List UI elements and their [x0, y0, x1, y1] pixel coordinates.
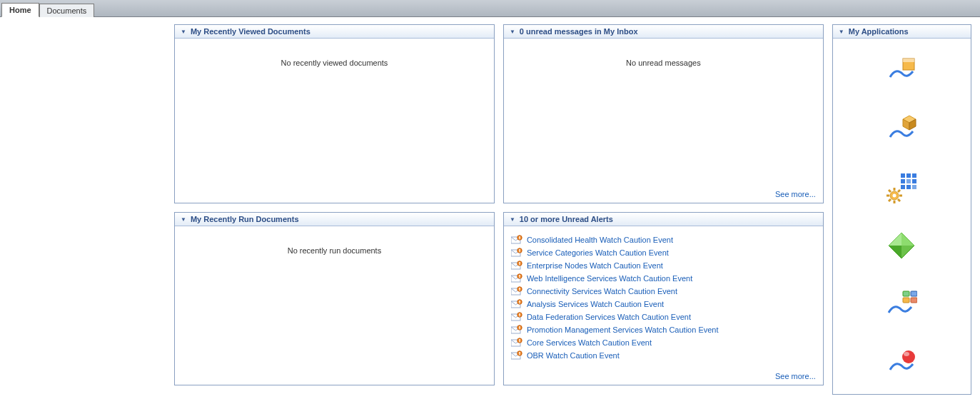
- panel-header-alerts[interactable]: ▼ 10 or more Unread Alerts: [504, 213, 823, 226]
- panel-header-apps[interactable]: ▼ My Applications: [833, 25, 971, 39]
- svg-rect-23: [519, 303, 520, 303]
- app-diamond-icon[interactable]: [884, 228, 919, 263]
- app-bi-launchpad-icon[interactable]: [884, 53, 919, 87]
- alert-link[interactable]: Connectivity Services Watch Caution Even…: [527, 287, 677, 296]
- panel-title: 10 or more Unread Alerts: [520, 215, 613, 223]
- collapse-icon: ▼: [181, 216, 186, 223]
- empty-message: No unread messages: [511, 44, 816, 81]
- svg-rect-48: [901, 179, 905, 183]
- svg-rect-35: [519, 341, 520, 342]
- svg-rect-10: [519, 262, 520, 263]
- alert-link[interactable]: Enterprise Nodes Watch Caution Event: [527, 261, 663, 270]
- alert-link[interactable]: Web Intelligence Services Watch Caution …: [527, 274, 692, 283]
- panel-title: 0 unread messages in My Inbox: [520, 27, 638, 36]
- alert-envelope-icon: [511, 286, 522, 296]
- alert-item: Promotion Management Services Watch Caut…: [511, 323, 816, 336]
- alert-item: Core Services Watch Caution Event: [511, 336, 816, 349]
- column-right: ▼ My Applications: [832, 24, 971, 395]
- alert-link[interactable]: Core Services Watch Caution Event: [527, 338, 652, 347]
- svg-line-61: [889, 199, 891, 201]
- svg-point-73: [904, 352, 909, 356]
- alert-link[interactable]: Data Federation Services Watch Caution E…: [527, 313, 691, 321]
- panel-title: My Applications: [849, 27, 909, 36]
- svg-line-62: [898, 190, 900, 192]
- svg-rect-3: [519, 238, 520, 239]
- svg-rect-41: [903, 59, 914, 62]
- collapse-icon: ▼: [181, 29, 186, 35]
- alert-item: Consolidated Health Watch Caution Event: [511, 233, 816, 246]
- panel-alerts: ▼ 10 or more Unread Alerts Consolidated …: [503, 212, 824, 385]
- panel-title: My Recently Viewed Documents: [191, 27, 310, 36]
- alert-item: Connectivity Services Watch Caution Even…: [511, 285, 816, 298]
- svg-rect-11: [519, 264, 520, 265]
- svg-rect-14: [519, 275, 520, 276]
- app-modules-icon[interactable]: [884, 287, 919, 321]
- alert-item: Enterprise Nodes Watch Caution Event: [511, 259, 816, 272]
- alert-envelope-icon: [511, 248, 522, 258]
- svg-rect-18: [519, 288, 520, 289]
- svg-rect-19: [519, 290, 520, 291]
- app-cmc-icon[interactable]: [884, 170, 919, 204]
- alert-envelope-icon: [511, 312, 522, 322]
- collapse-icon: ▼: [510, 216, 515, 223]
- alert-item: Web Intelligence Services Watch Caution …: [511, 272, 816, 285]
- app-monitoring-icon[interactable]: [884, 345, 919, 380]
- svg-rect-49: [906, 179, 911, 183]
- svg-rect-26: [519, 313, 520, 315]
- alert-item: Service Categories Watch Caution Event: [511, 246, 816, 259]
- tab-bar: Home Documents: [0, 0, 980, 17]
- alert-list: Consolidated Health Watch Caution EventS…: [511, 232, 816, 380]
- panel-body-alerts: Consolidated Health Watch Caution EventS…: [504, 226, 823, 385]
- panel-body-recent-run: No recently run documents: [175, 226, 494, 385]
- svg-rect-69: [911, 291, 917, 296]
- svg-point-72: [902, 350, 915, 363]
- alert-envelope-icon: [511, 273, 522, 283]
- empty-message: No recently viewed documents: [182, 44, 487, 81]
- dashboard-content: ▼ My Recently Viewed Documents No recent…: [166, 17, 980, 402]
- app-cube-icon[interactable]: [884, 111, 919, 146]
- alert-link[interactable]: Service Categories Watch Caution Event: [527, 248, 669, 257]
- svg-rect-46: [906, 173, 911, 178]
- alert-link[interactable]: Consolidated Health Watch Caution Event: [527, 236, 673, 244]
- svg-rect-52: [906, 185, 911, 189]
- svg-rect-34: [519, 339, 520, 340]
- svg-rect-2: [519, 236, 520, 238]
- svg-line-60: [898, 199, 900, 201]
- column-middle: ▼ 0 unread messages in My Inbox No unrea…: [503, 24, 824, 395]
- alert-envelope-icon: [511, 325, 522, 335]
- svg-rect-39: [519, 354, 520, 355]
- panel-body-inbox: No unread messages See more...: [504, 39, 823, 203]
- panel-recent-viewed: ▼ My Recently Viewed Documents No recent…: [174, 24, 495, 203]
- alert-link[interactable]: Promotion Management Services Watch Caut…: [527, 325, 719, 334]
- svg-rect-51: [901, 185, 905, 189]
- alert-link[interactable]: OBR Watch Caution Event: [527, 351, 620, 360]
- alert-item: Data Federation Services Watch Caution E…: [511, 311, 816, 323]
- alert-envelope-icon: [511, 350, 522, 360]
- alert-envelope-icon: [511, 261, 522, 271]
- panel-header-recent-viewed[interactable]: ▼ My Recently Viewed Documents: [175, 25, 494, 39]
- panel-body-apps: [833, 39, 971, 394]
- svg-rect-15: [519, 277, 520, 278]
- tab-home[interactable]: Home: [1, 3, 39, 17]
- panel-title: My Recently Run Documents: [191, 215, 299, 223]
- alert-link[interactable]: Analysis Services Watch Caution Event: [527, 300, 664, 308]
- svg-rect-47: [912, 173, 916, 178]
- svg-rect-68: [903, 291, 909, 296]
- svg-rect-6: [519, 249, 520, 251]
- panel-header-recent-run[interactable]: ▼ My Recently Run Documents: [175, 213, 494, 226]
- svg-rect-71: [911, 298, 917, 303]
- see-more-link[interactable]: See more...: [775, 372, 816, 380]
- panel-apps: ▼ My Applications: [832, 24, 971, 395]
- tab-documents[interactable]: Documents: [39, 4, 95, 17]
- alert-envelope-icon: [511, 299, 522, 309]
- panel-header-inbox[interactable]: ▼ 0 unread messages in My Inbox: [504, 25, 823, 39]
- see-more-link[interactable]: See more...: [775, 190, 816, 198]
- svg-point-63: [893, 194, 896, 198]
- svg-rect-30: [519, 326, 520, 328]
- svg-rect-70: [903, 298, 909, 303]
- svg-rect-22: [519, 301, 520, 302]
- svg-rect-38: [519, 352, 520, 353]
- svg-rect-31: [519, 328, 520, 329]
- app-list: [833, 39, 971, 394]
- svg-rect-45: [901, 173, 905, 178]
